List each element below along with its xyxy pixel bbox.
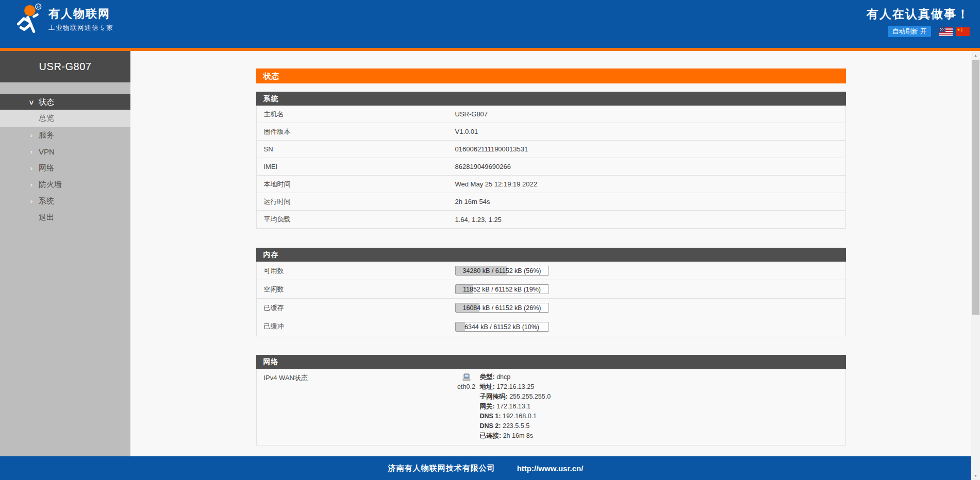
sidebar-item-logout[interactable]: 退出 [0,209,130,226]
sidebar-item-label: 防火墙 [39,180,62,190]
scrollbar-down-arrow-icon[interactable]: ▼ [971,471,980,480]
row-uptime: 运行时间 2h 16m 54s [257,193,845,211]
row-value: Wed May 25 12:19:19 2022 [455,176,538,193]
row-label: IPv4 WAN状态 [257,369,455,383]
sidebar-item-system[interactable]: › 系统 [0,193,130,209]
auto-refresh-toggle-button[interactable]: 自动刷新 开 [888,26,931,37]
sidebar-item-label: 网络 [39,163,54,173]
memory-usage-bar: 6344 kB / 61152 kB (10%) [455,322,549,332]
sidebar-item-label: VPN [39,147,55,156]
wan-interface-name: eth0.2 [457,382,475,392]
sidebar-nav: USR-G807 ∨ 状态 总览 › 服务 › VPN › 网络 [0,51,130,456]
sidebar-spacer [0,82,130,94]
main-content: 状态 系统 主机名 USR-G807 固件版本 V1.0.01 SN 01600… [130,51,971,456]
slogan-text: 有人在认真做事！ [867,6,970,22]
row-label: IMEI [257,158,455,175]
row-sn: SN 01600621111900013531 [257,141,845,158]
chevron-right-icon: › [27,148,36,156]
footer-company-name: 济南有人物联网技术有限公司 [388,464,495,473]
wan-detail-line: 子网掩码: 255.255.255.0 [480,392,551,402]
row-hostname: 主机名 USR-G807 [257,106,845,123]
top-header-bar: R 有人物联网 工业物联网通信专家 有人在认真做事！ 自动刷新 开 [0,0,980,48]
row-imei: IMEI 862819049690266 [257,158,845,176]
router-admin-page: R 有人物联网 工业物联网通信专家 有人在认真做事！ 自动刷新 开 [0,0,980,480]
wan-detail-line: DNS 1: 192.168.0.1 [480,412,551,421]
row-label: 可用数 [257,262,455,280]
device-model-title: USR-G807 [0,51,130,82]
row-value: V1.0.01 [455,123,478,140]
sidebar-item-vpn[interactable]: › VPN [0,143,130,160]
row-loadavg: 平均负载 1.64, 1.23, 1.25 [257,211,845,228]
chevron-right-icon: › [27,197,36,205]
system-panel-title: 系统 [256,92,846,106]
row-mem-cached: 已缓存 16084 kB / 61152 kB (26%) [257,299,845,317]
memory-bar-text: 11852 kB / 61152 kB (19%) [456,285,549,294]
sidebar-item-label: 退出 [39,213,54,222]
wan-details: 类型: dhcp 地址: 172.16.13.25 子网掩码: 255.255.… [480,372,551,441]
brand-subtitle: 工业物联网通信专家 [48,24,113,32]
row-value: 862819049690266 [455,158,511,175]
system-panel: 系统 主机名 USR-G807 固件版本 V1.0.01 SN 01600621… [256,92,846,229]
memory-bar-text: 16084 kB / 61152 kB (26%) [456,303,549,313]
footer-bar: 济南有人物联网技术有限公司 http://www.usr.cn/ [0,456,971,480]
sidebar-item-services[interactable]: › 服务 [0,127,130,143]
page-title: 状态 [256,68,846,83]
memory-panel-title: 内存 [256,248,846,262]
brand-logo-block: R 有人物联网 工业物联网通信专家 [11,3,113,35]
row-label: SN [257,141,455,158]
row-mem-free: 空闲数 11852 kB / 61152 kB (19%) [257,280,845,299]
row-value: 1.64, 1.23, 1.25 [455,211,502,228]
wan-detail-line: 已连接: 2h 16m 8s [480,431,551,441]
wan-detail-line: 网关: 172.16.13.1 [480,402,551,412]
sidebar-item-label: 服务 [39,130,54,140]
sidebar-item-firewall[interactable]: › 防火墙 [0,176,130,193]
ethernet-interface-icon [462,373,471,381]
chevron-down-icon: ∨ [26,98,37,106]
row-firmware: 固件版本 V1.0.01 [257,123,845,141]
memory-bar-text: 34280 kB / 61152 kB (56%) [456,266,549,276]
memory-bar-text: 6344 kB / 61152 kB (10%) [456,322,549,332]
sidebar-item-label: 系统 [39,196,54,206]
row-localtime: 本地时间 Wed May 25 12:19:19 2022 [257,176,845,193]
sidebar-item-label: 状态 [39,97,54,107]
memory-usage-bar: 11852 kB / 61152 kB (19%) [455,284,549,294]
row-value: 01600621111900013531 [455,141,528,158]
chevron-right-icon: › [27,164,36,172]
row-value: USR-G807 [455,106,488,123]
memory-panel: 内存 可用数 34280 kB / 61152 kB (56%) 空闲数 [256,248,846,336]
us-flag-language-icon[interactable] [939,27,953,36]
row-value: 2h 16m 54s [455,193,490,210]
chevron-right-icon: › [27,131,36,139]
row-mem-buffered: 已缓冲 6344 kB / 61152 kB (10%) [257,317,845,336]
wan-detail-line: DNS 2: 223.5.5.5 [480,421,551,431]
row-label: 本地时间 [257,176,455,193]
memory-usage-bar: 16084 kB / 61152 kB (26%) [455,303,549,313]
network-panel: 网络 IPv4 WAN状态 [256,355,846,445]
row-label: 已缓冲 [257,317,455,336]
row-label: 固件版本 [257,123,455,140]
svg-text:R: R [37,5,40,9]
row-label: 空闲数 [257,280,455,298]
row-label: 运行时间 [257,193,455,210]
footer-website-link[interactable]: http://www.usr.cn/ [517,464,584,473]
scrollbar-up-arrow-icon[interactable]: ▲ [971,51,980,60]
sidebar-item-status[interactable]: ∨ 状态 [0,94,130,110]
usr-person-logo-icon: R [11,3,43,35]
row-label: 主机名 [257,106,455,123]
row-mem-available: 可用数 34280 kB / 61152 kB (56%) [257,262,845,280]
chevron-right-icon: › [27,181,36,188]
network-panel-title: 网络 [256,355,846,369]
wan-detail-line: 类型: dhcp [480,372,551,382]
sidebar-item-overview[interactable]: 总览 [0,110,130,127]
brand-title: 有人物联网 [48,6,113,22]
memory-usage-bar: 34280 kB / 61152 kB (56%) [455,266,549,276]
scrollbar-thumb[interactable] [972,60,979,315]
wan-detail-line: 地址: 172.16.13.25 [480,382,551,392]
cn-flag-language-icon[interactable] [956,27,970,36]
row-label: 已缓存 [257,299,455,317]
sidebar-item-label: 总览 [39,113,54,123]
row-label: 平均负载 [257,211,455,228]
row-ipv4-wan-status: IPv4 WAN状态 eth0.2 [257,369,845,445]
vertical-scrollbar[interactable]: ▲ ▼ [971,51,980,480]
sidebar-item-network[interactable]: › 网络 [0,160,130,176]
